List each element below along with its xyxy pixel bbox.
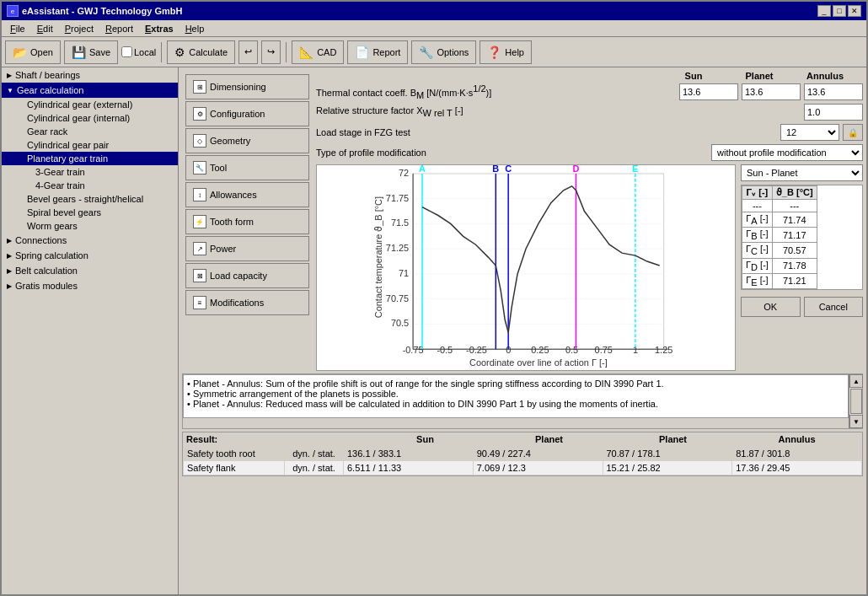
chart-pair-select[interactable]: Sun - Planet — [741, 164, 863, 181]
svg-text:E: E — [632, 164, 638, 174]
result-flank-annulus: 17.36 / 29.45 — [732, 461, 862, 475]
menu-project[interactable]: Project — [60, 22, 99, 35]
cad-icon: 📐 — [299, 46, 313, 59]
chart-data-table: Γᵥ [-] ϑ_B [°C] --- --- — [741, 185, 863, 290]
allowances-button[interactable]: ↕ Allowances — [185, 182, 309, 207]
top-form-area: ⊞ Dimensioning ⚙ Configuration ◇ Geometr… — [182, 71, 863, 371]
sidebar-item-belt[interactable]: ▶ Belt calculation — [2, 263, 178, 278]
modifications-button[interactable]: ≡ Modifications — [185, 290, 309, 315]
sidebar-item-3gear[interactable]: 3-Gear train — [2, 165, 178, 179]
modifications-icon: ≡ — [193, 296, 206, 309]
cancel-button[interactable]: Cancel — [804, 297, 864, 317]
expand-icon-gear: ▼ — [7, 87, 13, 94]
help-icon: ❓ — [487, 46, 501, 59]
toolbar-sep-1 — [161, 42, 162, 62]
result-col-annulus: Annulus — [735, 434, 859, 444]
thermal-annulus-input[interactable]: 13.6 — [804, 83, 863, 100]
chart-dropdown-row: Sun - Planet — [741, 164, 863, 181]
table-header-gamma: Γᵥ [-] — [742, 186, 773, 200]
power-icon: ↗ — [193, 242, 206, 255]
undo-button[interactable]: ↩ — [238, 40, 258, 64]
sidebar-item-cyl-int[interactable]: Cylindrical gear (internal) — [2, 111, 178, 125]
rel-structure-label: Relative structure factor XW rel T [-] — [316, 105, 801, 118]
tooth-form-button[interactable]: ⚡ Tooth form — [185, 209, 309, 234]
menu-report[interactable]: Report — [100, 22, 138, 35]
left-buttons-panel: ⊞ Dimensioning ⚙ Configuration ◇ Geometr… — [182, 71, 313, 371]
dimensioning-button[interactable]: ⊞ Dimensioning — [185, 74, 309, 99]
tool-icon: 🔧 — [193, 161, 206, 175]
cad-button[interactable]: 📐 CAD — [292, 40, 344, 64]
thermal-planet-input[interactable]: 13.6 — [742, 83, 801, 100]
menu-help[interactable]: Help — [180, 22, 210, 35]
menu-bar: File Edit Project Report Extras Help — [2, 20, 866, 37]
dimensioning-icon: ⊞ — [193, 80, 206, 94]
sidebar-item-gear-calculation[interactable]: ▼ Gear calculation — [2, 83, 178, 98]
menu-extras[interactable]: Extras — [140, 22, 179, 35]
open-button[interactable]: 📂 Open — [5, 40, 61, 64]
menu-edit[interactable]: Edit — [32, 22, 58, 35]
load-stage-info-button[interactable]: 🔒 — [843, 124, 863, 141]
table-row: ΓD [-] 71.78 — [742, 258, 817, 273]
close-button[interactable]: ✕ — [848, 5, 861, 17]
result-title-label: Result: — [186, 434, 304, 444]
sidebar-item-worm[interactable]: Worm gears — [2, 219, 178, 233]
calculate-button[interactable]: ⚙ Calculate — [167, 40, 235, 64]
power-button[interactable]: ↗ Power — [185, 236, 309, 261]
local-checkbox-container: Local — [121, 46, 156, 57]
svg-text:71.75: 71.75 — [386, 193, 409, 203]
report-button[interactable]: 📄 Report — [347, 40, 408, 64]
geometry-icon: ◇ — [193, 134, 206, 148]
sidebar-item-bevel[interactable]: Bevel gears - straight/helical — [2, 192, 178, 206]
thermal-sun-input[interactable]: 13.6 — [679, 83, 738, 100]
redo-button[interactable]: ↪ — [261, 40, 281, 64]
table-row: ΓC [-] 70.57 — [742, 243, 817, 258]
sidebar-item-4gear[interactable]: 4-Gear train — [2, 179, 178, 192]
svg-text:-0.5: -0.5 — [437, 345, 453, 355]
ok-button[interactable]: OK — [741, 297, 801, 317]
save-button[interactable]: 💾 Save — [64, 40, 118, 64]
report-icon: 📄 — [355, 46, 369, 59]
chart-sidebar: Sun - Planet Γᵥ [-] ϑ_B [°C] — [741, 164, 863, 371]
result-row-tooth: Safety tooth root dyn. / stat. 136.1 / 3… — [184, 447, 862, 461]
options-button[interactable]: 🔧 Options — [411, 40, 476, 64]
rel-structure-input[interactable]: 1.0 — [804, 104, 863, 121]
chart-svg: 72 71.75 71.5 71.25 71 70.75 70.5 Contac… — [317, 165, 735, 370]
sidebar-item-cyl-ext[interactable]: Cylindrical gear (external) — [2, 98, 178, 111]
geometry-button[interactable]: ◇ Geometry — [185, 128, 309, 153]
minimize-button[interactable]: _ — [817, 5, 831, 17]
result-flank-dynstat: dyn. / stat. — [285, 461, 344, 475]
toolbar-sep-2 — [286, 42, 287, 62]
sidebar-item-shaft-bearings[interactable]: ▶ Shaft / bearings — [2, 67, 178, 83]
table-row: --- --- — [742, 200, 817, 212]
svg-text:C: C — [505, 164, 512, 174]
configuration-button[interactable]: ⚙ Configuration — [185, 101, 309, 126]
local-checkbox[interactable] — [121, 46, 132, 57]
svg-text:B: B — [492, 164, 499, 174]
sidebar-item-spring[interactable]: ▶ Spring calculation — [2, 248, 178, 263]
results-header: Result: Sun Planet Planet Annulus — [183, 432, 862, 446]
sidebar-item-gear-rack[interactable]: Gear rack — [2, 125, 178, 138]
table-row: ΓE [-] 71.21 — [742, 273, 817, 288]
messages-scrollbar[interactable]: ▲ ▼ — [849, 374, 862, 428]
maximize-button[interactable]: □ — [833, 5, 846, 17]
sidebar-item-cyl-pair[interactable]: Cylindrical gear pair — [2, 138, 178, 152]
load-capacity-button[interactable]: ⊠ Load capacity — [185, 263, 309, 288]
result-tooth-planet2: 70.87 / 178.1 — [603, 447, 732, 461]
load-stage-row: Load stage in FZG test 12 11 13 🔒 — [316, 124, 863, 141]
help-button[interactable]: ❓ Help — [480, 40, 532, 64]
results-area: Result: Sun Planet Planet Annulus Safety… — [182, 432, 863, 476]
load-stage-select[interactable]: 12 11 13 — [780, 124, 839, 141]
sidebar-item-spiral[interactable]: Spiral bevel gears — [2, 206, 178, 219]
title-bar: e eAssistant - GWJ Technology GmbH _ □ ✕ — [2, 2, 866, 20]
menu-file[interactable]: File — [5, 22, 30, 35]
scroll-thumb[interactable] — [850, 389, 862, 414]
scroll-down-button[interactable]: ▼ — [849, 415, 863, 428]
tool-button[interactable]: 🔧 Tool — [185, 155, 309, 180]
col-sun-header: Sun — [661, 71, 726, 81]
sidebar-item-planetary[interactable]: Planetary gear train — [2, 152, 178, 165]
sidebar-item-gratis[interactable]: ▶ Gratis modules — [2, 278, 178, 293]
sidebar-item-connections[interactable]: ▶ Connections — [2, 233, 178, 248]
main-window: e eAssistant - GWJ Technology GmbH _ □ ✕… — [0, 0, 868, 596]
scroll-up-button[interactable]: ▲ — [849, 374, 863, 388]
profile-mod-select[interactable]: without profile modification — [711, 144, 863, 161]
